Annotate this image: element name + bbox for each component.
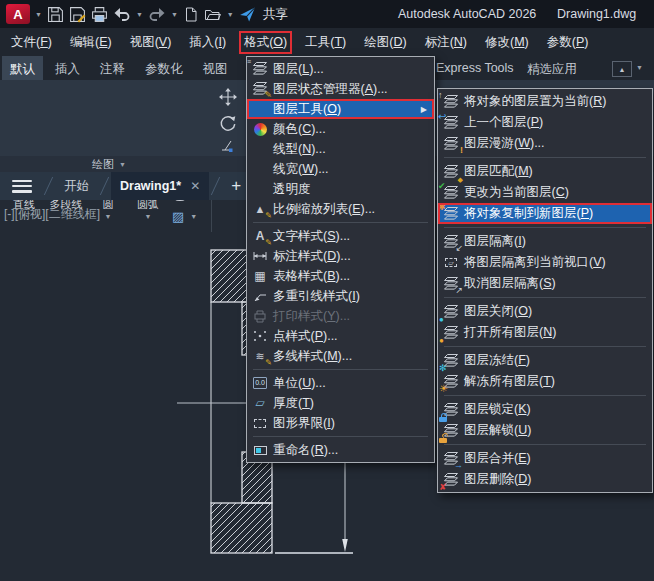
menu-item-icon-placeholder (247, 181, 273, 197)
layer-lock-icon (438, 402, 464, 418)
title-bar: A▼▼▼▼共享 Autodesk AutoCAD 2026 Drawing1.d… (0, 0, 654, 28)
draw-panel-expand-icon[interactable]: ▼ (119, 161, 126, 168)
layer-submenu-item-label: 图层锁定(K) (464, 401, 652, 418)
share-plane-icon[interactable] (239, 4, 256, 24)
share-button-label[interactable]: 共享 (263, 6, 288, 23)
menu-bar-item-4[interactable]: 格式(O) (239, 31, 292, 54)
ribbon-tab-4[interactable]: 视图 (195, 56, 236, 80)
menu-bar-item-6[interactable]: 绘图(D) (359, 31, 411, 54)
layer-submenu-item-21[interactable]: →图层合并(E) (438, 448, 652, 469)
rotate-tool-icon[interactable] (219, 114, 237, 136)
layer-submenu-item-19[interactable]: 图层解锁(U) (438, 420, 652, 441)
ribbon-tab-0[interactable]: 默认 (2, 56, 43, 80)
layer-submenu-item-22[interactable]: ✘图层删除(D) (438, 469, 652, 490)
layer-submenu-separator (444, 227, 646, 228)
layer-walk-icon: ! (438, 136, 464, 152)
format-menu-item-11[interactable]: ▦表格样式(B)... (247, 266, 434, 286)
layer-submenu-item-5[interactable]: ✔更改为当前图层(C) (438, 182, 652, 203)
point-style-icon (247, 328, 273, 344)
layer-submenu-item-label: 图层隔离(I) (464, 233, 652, 250)
format-menu-item-2[interactable]: 图层工具(O)▶ (247, 99, 434, 119)
layer-submenu-item-1[interactable]: ↩上一个图层(P) (438, 112, 652, 133)
format-menu-separator (253, 436, 428, 437)
menu-bar-item-9[interactable]: 参数(P) (542, 31, 594, 54)
layer-submenu-item-label: 图层解锁(U) (464, 422, 652, 439)
format-menu-item-15[interactable]: ≋✎多线样式(M)... (247, 346, 434, 366)
redo-icon[interactable] (148, 4, 166, 24)
format-menu-item-3[interactable]: 颜色(C)... (247, 119, 434, 139)
format-menu-item-18[interactable]: ▱厚度(T) (247, 393, 434, 413)
logo-dropdown-icon[interactable]: ▼ (35, 4, 42, 24)
format-menu-item-0[interactable]: ≡图层(L)... (247, 59, 434, 79)
move-tool-icon[interactable] (219, 88, 237, 110)
redo-dropdown-icon[interactable]: ▼ (171, 4, 178, 24)
close-tab-icon[interactable]: ✕ (190, 179, 200, 193)
trim-tool-icon[interactable] (220, 138, 236, 158)
plot-icon[interactable] (91, 4, 108, 24)
hamburger-menu-icon[interactable] (12, 180, 32, 193)
format-menu-item-14[interactable]: 点样式(P)... (247, 326, 434, 346)
layer-submenu-item-label: 图层冻结(F) (464, 352, 652, 369)
format-menu-item-7[interactable]: ▲✎比例缩放列表(E)... (247, 199, 434, 219)
autocad-logo-icon[interactable]: A (6, 4, 30, 24)
layer-submenu-item-label: 将对象复制到新图层(P) (464, 205, 652, 222)
format-menu-item-5[interactable]: 线宽(W)... (247, 159, 434, 179)
layer-submenu-item-13[interactable]: ●打开所有图层(N) (438, 322, 652, 343)
layer-submenu-separator (444, 395, 646, 396)
format-menu-item-4[interactable]: 线型(N)... (247, 139, 434, 159)
format-menu-item-6[interactable]: 透明度 (247, 179, 434, 199)
format-menu-item-17[interactable]: 0.0单位(U)... (247, 373, 434, 393)
layer-submenu-separator (444, 157, 646, 158)
menu-bar-item-8[interactable]: 修改(M) (480, 31, 534, 54)
layer-submenu-item-4[interactable]: ◆图层匹配(M) (438, 161, 652, 182)
undo-dropdown-icon[interactable]: ▼ (136, 4, 143, 24)
layer-submenu-item-12[interactable]: ●图层关闭(O) (438, 301, 652, 322)
layer-submenu-item-16[interactable]: ☀解冻所有图层(T) (438, 371, 652, 392)
layer-submenu-item-18[interactable]: 图层锁定(K) (438, 399, 652, 420)
save-icon[interactable] (47, 4, 64, 24)
layer-submenu-item-0[interactable]: ↑将对象的图层置为当前(R) (438, 91, 652, 112)
layer-submenu-item-6[interactable]: ✱将对象复制到新图层(P) (438, 203, 652, 224)
new-file-icon[interactable] (183, 4, 199, 24)
layer-submenu-item-label: 将对象的图层置为当前(R) (464, 93, 652, 110)
save-as-icon[interactable] (69, 4, 86, 24)
mleader-style-icon (247, 288, 273, 304)
format-menu-item-10[interactable]: 标注样式(D)... (247, 246, 434, 266)
layer-submenu-item-15[interactable]: ✻图层冻结(F) (438, 350, 652, 371)
format-menu-item-label: 图层状态管理器(A)... (273, 81, 434, 98)
layer-isolate-icon: ↙ (438, 234, 464, 250)
format-menu-item-9[interactable]: A✎文字样式(S)... (247, 226, 434, 246)
toolbar-dropdown-icon[interactable]: ▼ (227, 4, 234, 24)
undo-icon[interactable] (113, 4, 131, 24)
ribbon-tab-3[interactable]: 参数化 (137, 56, 191, 80)
format-menu-item-13[interactable]: 打印样式(Y)... (247, 306, 434, 326)
menu-bar-item-3[interactable]: 插入(I) (184, 31, 231, 54)
menu-bar-item-5[interactable]: 工具(T) (300, 31, 351, 54)
format-menu-item-19[interactable]: 图形界限(I) (247, 413, 434, 433)
tab-start[interactable]: 开始 (55, 178, 98, 195)
ribbon-minimize-dropdown-icon[interactable]: ▼ (636, 64, 643, 71)
format-menu-item-label: 透明度 (273, 181, 434, 198)
tab-divider (44, 177, 53, 195)
tab-drawing1[interactable]: Drawing1* ✕ (111, 172, 209, 200)
format-menu-item-1[interactable]: ✎图层状态管理器(A)... (247, 79, 434, 99)
layer-submenu-item-9[interactable]: ▱将图层隔离到当前视口(V) (438, 252, 652, 273)
ribbon-minimize-button[interactable]: ▲ (612, 61, 632, 77)
layer-thaw-all-icon: ☀ (438, 374, 464, 390)
menu-bar-item-0[interactable]: 文件(F) (6, 31, 57, 54)
layer-submenu-item-8[interactable]: ↙图层隔离(I) (438, 231, 652, 252)
open-folder-icon[interactable] (204, 4, 222, 24)
format-menu-item-12[interactable]: 多重引线样式(I) (247, 286, 434, 306)
ribbon-tab-2[interactable]: 注释 (92, 56, 133, 80)
menu-bar-item-7[interactable]: 标注(N) (420, 31, 472, 54)
layer-submenu-item-2[interactable]: !图层漫游(W)... (438, 133, 652, 154)
layer-submenu-item-10[interactable]: ↗取消图层隔离(S) (438, 273, 652, 294)
draw-panel-label: 绘图 (92, 157, 114, 172)
layer-freeze-icon: ✻ (438, 353, 464, 369)
ribbon-tab-1[interactable]: 插入 (47, 56, 88, 80)
layer-submenu-item-label: 图层删除(D) (464, 471, 652, 488)
layer-unlock-icon (438, 423, 464, 439)
menu-bar-item-2[interactable]: 视图(V) (125, 31, 177, 54)
menu-bar-item-1[interactable]: 编辑(E) (65, 31, 117, 54)
format-menu-item-21[interactable]: 重命名(R)... (247, 440, 434, 460)
